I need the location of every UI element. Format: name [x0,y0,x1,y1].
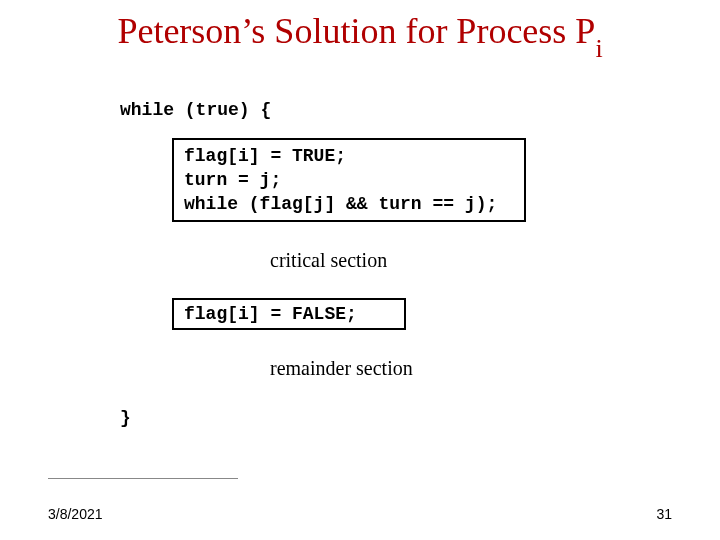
code-line-turn-set: turn = j; [184,168,514,192]
entry-section-box: flag[i] = TRUE; turn = j; while (flag[j]… [172,138,526,222]
footer-date: 3/8/2021 [48,506,103,522]
code-line-flag-set: flag[i] = TRUE; [184,144,514,168]
while-close: } [120,406,600,430]
remainder-section-label: remainder section [270,356,600,380]
title-main: Peterson’s Solution for Process P [117,11,595,51]
slide: Peterson’s Solution for Process Pi while… [0,0,720,540]
code-line-flag-clear: flag[i] = FALSE; [184,302,394,326]
divider-line [48,478,238,479]
exit-section-box: flag[i] = FALSE; [172,298,406,330]
code-block: while (true) { flag[i] = TRUE; turn = j;… [120,98,600,430]
footer-page-number: 31 [656,506,672,522]
code-line-busy-wait: while (flag[j] && turn == j); [184,192,514,216]
title-subscript: i [595,34,602,63]
slide-title: Peterson’s Solution for Process Pi [0,10,720,58]
critical-section-label: critical section [270,248,600,272]
while-open: while (true) { [120,98,600,122]
